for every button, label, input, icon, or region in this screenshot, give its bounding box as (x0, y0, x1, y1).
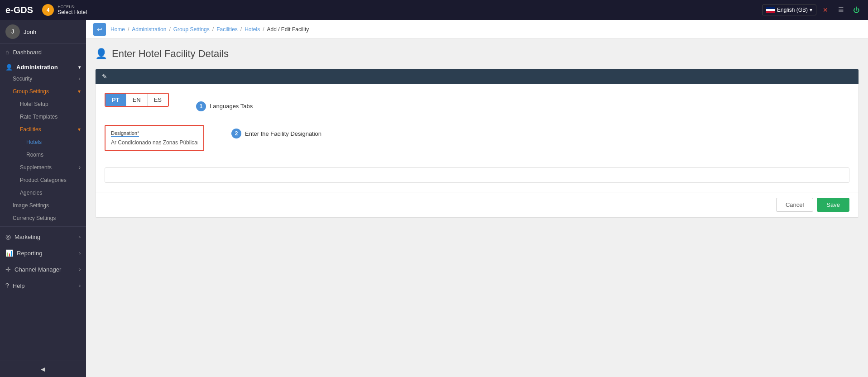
avatar: J (5, 24, 20, 39)
annotation-2: 2 Enter the Facility Designation (231, 129, 321, 138)
chevron-down-icon: ▾ (78, 88, 81, 95)
sidebar-item-dashboard[interactable]: ⌂ Dashboard (0, 44, 86, 60)
breadcrumb-hotels[interactable]: Hotels (245, 26, 260, 33)
sidebar-item-label: Rooms (26, 152, 43, 158)
sidebar-item-administration[interactable]: 👤 Administration ▾ (0, 60, 86, 72)
close-button[interactable]: ✕ (819, 4, 832, 16)
top-navbar: e-GDS 4 HOTELS: Select Hotel English (GB… (0, 0, 868, 20)
sidebar-user: J Jonh (0, 20, 86, 44)
card-header: ✎ (96, 69, 858, 84)
sidebar-item-label: Hotels (26, 139, 42, 145)
sidebar-item-group-settings[interactable]: Group Settings ▾ (0, 85, 86, 98)
chevron-right-icon: › (79, 267, 81, 272)
sub-navbar: ↩ Home / Administration / Group Settings… (86, 20, 868, 39)
chevron-right-icon: › (79, 234, 81, 239)
sidebar-item-label: Supplements (20, 164, 52, 171)
designation-label-text: Designation* (111, 130, 139, 137)
sidebar-item-hotel-setup[interactable]: Hotel Setup (0, 98, 86, 110)
power-button[interactable]: ⏻ (850, 4, 863, 16)
sidebar-item-facilities[interactable]: Facilities ▾ (0, 123, 86, 136)
breadcrumb-group-settings[interactable]: Group Settings (173, 26, 210, 33)
chevron-down-icon: ▾ (810, 7, 812, 13)
sidebar-item-security[interactable]: Security › (0, 72, 86, 85)
sidebar-item-marketing[interactable]: ◎ Marketing › (0, 229, 86, 245)
sidebar-item-channel-manager[interactable]: ✛ Channel Manager › (0, 261, 86, 277)
breadcrumb-sep: / (263, 26, 264, 33)
sidebar-item-label: Help (13, 282, 25, 289)
hotel-label: HOTELS: (58, 5, 87, 9)
username-label: Jonh (24, 29, 36, 35)
language-selector[interactable]: English (GB) ▾ (762, 5, 816, 15)
hotel-selector[interactable]: HOTELS: Select Hotel (58, 5, 87, 15)
card-body: PT EN ES 1 Languages Tabs D (96, 84, 858, 192)
sidebar-item-product-categories[interactable]: Product Categories (0, 174, 86, 186)
breadcrumb-sep: / (240, 26, 242, 33)
sidebar-item-supplements[interactable]: Supplements › (0, 161, 86, 174)
dashboard-icon: ⌂ (5, 48, 9, 56)
cancel-button[interactable]: Cancel (776, 198, 813, 212)
breadcrumb-administration[interactable]: Administration (132, 26, 166, 33)
breadcrumb: Home / Administration / Group Settings /… (110, 26, 309, 33)
reporting-icon: 📊 (5, 249, 13, 257)
flag-icon (766, 7, 775, 13)
sidebar-item-currency-settings[interactable]: Currency Settings (0, 212, 86, 224)
sidebar-item-label: Security (13, 76, 32, 82)
sidebar-item-image-settings[interactable]: Image Settings (0, 199, 86, 212)
annotation-text-2: Enter the Facility Designation (245, 130, 321, 137)
sidebar-item-reporting[interactable]: 📊 Reporting › (0, 245, 86, 261)
language-label: English (GB) (777, 7, 808, 13)
annotation-badge-2: 2 (231, 129, 241, 138)
full-text-field[interactable] (105, 167, 849, 183)
sidebar-item-label: Image Settings (13, 202, 49, 209)
lang-tab-en[interactable]: EN (126, 94, 148, 106)
header-actions: English (GB) ▾ ✕ ☰ ⏻ (762, 4, 863, 16)
notification-button[interactable]: 4 (42, 4, 54, 16)
marketing-icon: ◎ (5, 233, 11, 240)
chevron-right-icon: › (79, 251, 81, 256)
sidebar-item-rate-templates[interactable]: Rate Templates (0, 110, 86, 123)
sidebar-item-label: Agencies (20, 190, 42, 196)
sidebar-item-label: Marketing (14, 234, 40, 240)
main-layout: J Jonh ⌂ Dashboard 👤 Administration ▾ Se… (0, 20, 868, 377)
content-area: ↩ Home / Administration / Group Settings… (86, 20, 868, 377)
sidebar-item-label: Reporting (17, 250, 42, 257)
sidebar-item-label: Product Categories (20, 177, 67, 183)
brand-logo: e-GDS (5, 5, 33, 15)
page-title-container: 👤 Enter Hotel Facility Details (95, 48, 859, 60)
breadcrumb-facilities[interactable]: Facilities (216, 26, 238, 33)
menu-button[interactable]: ☰ (834, 4, 847, 16)
page-title-icon: 👤 (95, 48, 107, 60)
sidebar-item-agencies[interactable]: Agencies (0, 186, 86, 199)
form-action-buttons: Cancel Save (96, 192, 858, 217)
chevron-right-icon: › (79, 164, 81, 171)
annotation-text-1: Languages Tabs (210, 103, 253, 110)
sidebar-item-hotels[interactable]: Hotels (0, 136, 86, 148)
chevron-down-icon: ▾ (78, 126, 81, 133)
lang-tab-pt[interactable]: PT (106, 94, 126, 106)
designation-group: Designation* (105, 125, 204, 151)
save-button[interactable]: Save (817, 198, 849, 212)
designation-section: Designation* 2 Enter the Facility Design… (105, 125, 849, 158)
sidebar-item-label: Currency Settings (13, 215, 56, 221)
annotation-badge-1: 1 (196, 101, 206, 111)
designation-input[interactable] (111, 139, 198, 146)
hotel-name: Select Hotel (58, 9, 87, 15)
language-tabs: PT EN ES (105, 93, 169, 107)
sidebar-item-label: Dashboard (13, 49, 42, 56)
breadcrumb-home[interactable]: Home (110, 26, 125, 33)
sidebar-item-help[interactable]: ? Help › (0, 277, 86, 294)
lang-tab-es[interactable]: ES (148, 94, 168, 106)
breadcrumb-current: Add / Edit Facility (267, 26, 309, 33)
page-title: Enter Hotel Facility Details (112, 48, 229, 60)
lang-tabs-section: PT EN ES 1 Languages Tabs (105, 93, 849, 116)
annotation-1: 1 Languages Tabs (196, 101, 253, 111)
page-content: 👤 Enter Hotel Facility Details ✎ PT EN E… (86, 39, 868, 377)
sidebar-item-rooms[interactable]: Rooms (0, 148, 86, 161)
back-button[interactable]: ↩ (93, 23, 106, 36)
help-icon: ? (5, 282, 9, 289)
chevron-icon: ▾ (78, 65, 81, 70)
sidebar-item-label: Group Settings (13, 88, 49, 95)
sidebar-item-label: Facilities (20, 126, 41, 133)
sidebar-collapse-button[interactable]: ◀ (0, 361, 86, 377)
breadcrumb-sep: / (169, 26, 170, 33)
